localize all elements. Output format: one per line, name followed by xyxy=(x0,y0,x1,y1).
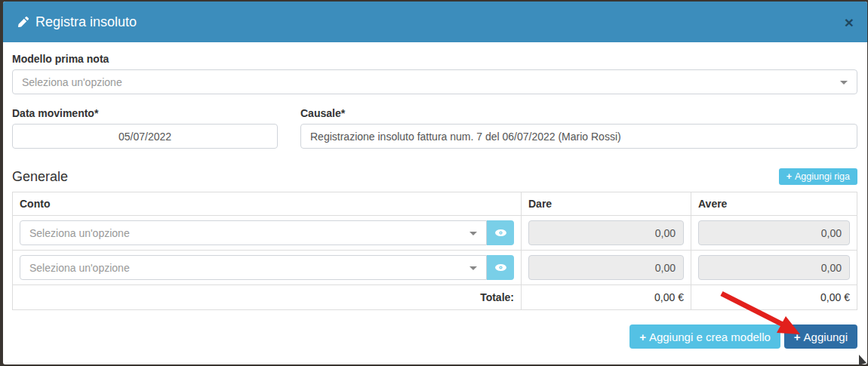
plus-icon: + xyxy=(786,171,792,182)
conto-select-row2[interactable]: Seleziona un'opzione xyxy=(20,255,487,280)
total-row: Totale: 0,00 € 0,00 € xyxy=(13,285,857,310)
data-movimento-label: Data movimento* xyxy=(12,107,278,119)
column-header-avere: Avere xyxy=(691,192,857,216)
column-header-conto: Conto xyxy=(13,192,522,216)
plus-icon: + xyxy=(639,331,646,343)
add-button[interactable]: +Aggiungi xyxy=(784,324,857,349)
data-movimento-input[interactable] xyxy=(12,124,278,149)
pencil-icon xyxy=(18,17,29,27)
dare-input-row1 xyxy=(528,220,684,245)
causale-label: Causale* xyxy=(300,107,857,119)
total-avere: 0,00 € xyxy=(691,285,857,310)
total-dare: 0,00 € xyxy=(522,285,691,310)
dare-input-row2 xyxy=(528,255,684,280)
modello-prima-nota-select[interactable]: Seleziona un'opzione xyxy=(12,69,857,94)
avere-input-row2 xyxy=(698,255,850,280)
chevron-down-icon xyxy=(469,266,477,270)
chevron-down-icon xyxy=(840,81,848,85)
close-icon[interactable]: × xyxy=(845,14,854,30)
column-header-dare: Dare xyxy=(522,192,691,216)
generale-section-title: Generale xyxy=(12,169,68,185)
avere-input-row1 xyxy=(698,220,850,245)
chevron-down-icon xyxy=(469,232,477,235)
eye-icon xyxy=(494,228,507,238)
modello-prima-nota-label: Modello prima nota xyxy=(12,53,857,65)
plus-icon: + xyxy=(794,331,801,343)
eye-button-row2[interactable] xyxy=(487,255,514,280)
table-header-row: Conto Dare Avere xyxy=(13,192,857,216)
eye-button-row1[interactable] xyxy=(487,220,514,245)
total-label: Totale: xyxy=(13,285,522,310)
modal-title-text: Registra insoluto xyxy=(35,14,137,30)
add-and-create-model-button[interactable]: +Aggiungi e crea modello xyxy=(629,324,780,349)
conto-select-row1[interactable]: Seleziona un'opzione xyxy=(20,220,487,245)
modello-select-placeholder: Seleziona un'opzione xyxy=(22,76,122,88)
prima-nota-table: Conto Dare Avere Seleziona un'opzione xyxy=(12,192,857,310)
registra-insoluto-modal: Registra insoluto × Modello prima nota S… xyxy=(3,2,867,364)
table-row: Seleziona un'opzione xyxy=(13,216,857,251)
modal-title: Registra insoluto xyxy=(18,14,137,30)
causale-input[interactable] xyxy=(300,124,857,149)
add-row-button[interactable]: +Aggiungi riga xyxy=(779,168,857,185)
eye-icon xyxy=(494,263,507,272)
modal-body: Modello prima nota Seleziona un'opzione … xyxy=(3,42,867,364)
table-row: Seleziona un'opzione xyxy=(13,251,857,285)
modal-header: Registra insoluto × xyxy=(3,2,867,42)
